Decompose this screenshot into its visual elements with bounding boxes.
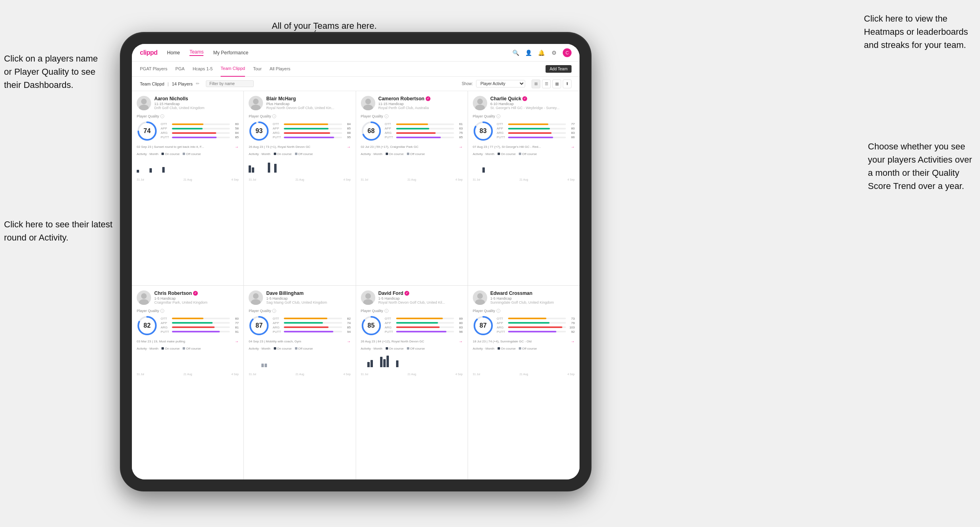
- chart-dates: 31 Jul21 Aug4 Sep: [249, 373, 351, 376]
- nav-link-teams[interactable]: Teams: [189, 49, 203, 56]
- quality-circle[interactable]: 68: [361, 121, 382, 141]
- quality-circle[interactable]: 87: [249, 315, 269, 336]
- ann-top-right-text: Click here to view theHeatmaps or leader…: [864, 14, 968, 50]
- player-handicap: 11-15 Handicap: [378, 102, 463, 106]
- svg-point-26: [251, 299, 261, 305]
- stat-row: ARG 85: [273, 326, 351, 329]
- nav-link-home[interactable]: Home: [167, 50, 180, 56]
- bell-icon[interactable]: 🔔: [537, 49, 545, 57]
- edit-icon[interactable]: ✏: [196, 81, 199, 86]
- view-icons: ⊞ ☰ ▦ ⬆: [532, 80, 572, 88]
- last-round-arrow: →: [347, 339, 351, 344]
- chart-dates: 31 Jul21 Aug4 Sep: [473, 373, 575, 376]
- quality-circle[interactable]: 82: [137, 315, 157, 336]
- tab-hcaps[interactable]: Hcaps 1-5: [193, 62, 213, 77]
- svg-point-13: [365, 99, 371, 104]
- player-name[interactable]: Edward Crossman: [490, 290, 575, 296]
- player-name[interactable]: Cameron Robertson ✓: [378, 96, 463, 101]
- stat-row: ARG 83: [497, 131, 575, 135]
- player-card[interactable]: Charlie Quick ✓ 6-10 Handicap St. George…: [468, 91, 580, 285]
- last-round[interactable]: 02 Jul 23 | 59 (+17), Craigmillar Park G…: [361, 145, 463, 149]
- filter-input[interactable]: [206, 80, 254, 87]
- add-team-button[interactable]: Add Team: [546, 65, 572, 73]
- player-name[interactable]: Dave Billingham: [266, 290, 351, 296]
- quality-section: Player Quality i 82 OTT 60: [137, 309, 239, 336]
- player-club: Sag Maing Golf Club, United Kingdom: [266, 300, 351, 304]
- player-club: Sunningdale Golf Club, United Kingdom: [490, 300, 575, 304]
- player-card[interactable]: David Ford ✓ 1-5 Handicap Royal North De…: [356, 286, 468, 480]
- quality-number: 87: [255, 322, 263, 329]
- player-card[interactable]: Dave Billingham 1-5 Handicap Sag Maing G…: [244, 286, 355, 480]
- svg-point-30: [363, 299, 373, 305]
- tab-all-players[interactable]: All Players: [270, 62, 291, 77]
- show-select[interactable]: Player Activity Quality Score Trend: [476, 80, 525, 88]
- stat-row: PUTT 91: [161, 330, 239, 334]
- user-icon[interactable]: 👤: [524, 49, 532, 57]
- stat-row: PUTT 86: [497, 135, 575, 139]
- stats-list: OTT 61 APP 63 ARG 75 PU: [385, 122, 463, 140]
- annotation-left-bottom: Click here to see their latestround or A…: [4, 218, 112, 244]
- player-card[interactable]: Chris Robertson ✓ 1-5 Handicap Craigmill…: [132, 286, 243, 480]
- nav-link-my-performance[interactable]: My Performance: [213, 50, 248, 56]
- show-label: Show:: [462, 82, 473, 86]
- last-round[interactable]: 04 Sep 23 | Mobility with coach, Gym →: [249, 339, 351, 344]
- player-card[interactable]: Cameron Robertson ✓ 11-15 Handicap Royal…: [356, 91, 468, 285]
- player-card[interactable]: Aaron Nicholls 11-15 Handicap Drift Golf…: [132, 91, 243, 285]
- quality-number: 82: [143, 322, 151, 329]
- player-avatar: [137, 96, 151, 110]
- player-name[interactable]: Aaron Nicholls: [154, 96, 239, 101]
- search-icon[interactable]: 🔍: [512, 49, 520, 57]
- stat-row: PUTT 85: [161, 135, 239, 139]
- stat-row: OTT 60: [161, 122, 239, 126]
- last-round[interactable]: 07 Aug 23 | 77 (+7), St George's Hill GC…: [473, 145, 575, 149]
- info-icon: i: [384, 309, 388, 313]
- stats-list: OTT 73 APP 79 ARG 103 P: [497, 317, 575, 334]
- stat-row: PUTT 96: [385, 330, 463, 334]
- last-round[interactable]: 26 Aug 23 | 73 (+1), Royal North Devon G…: [249, 145, 351, 149]
- player-club: Drift Golf Club, United Kingdom: [154, 106, 239, 110]
- tab-pga[interactable]: PGA: [175, 62, 185, 77]
- list-view-button[interactable]: ☰: [542, 80, 551, 88]
- quality-circle[interactable]: 74: [137, 121, 157, 141]
- quality-circle[interactable]: 85: [361, 315, 382, 336]
- annotation-top-center: All of your Teams are here.: [272, 20, 377, 32]
- settings-view-button[interactable]: ⬆: [563, 80, 572, 88]
- chart-dates: 31 Jul21 Aug4 Sep: [361, 373, 463, 376]
- quality-circle[interactable]: 87: [473, 315, 494, 336]
- last-round[interactable]: 03 Mar 23 | 19, Must make putting →: [137, 339, 239, 344]
- settings-icon[interactable]: ⚙: [550, 49, 558, 57]
- quality-section: Player Quality i 87 OTT 73: [473, 309, 575, 336]
- player-card[interactable]: Blair McHarg Plus Handicap Royal North D…: [244, 91, 355, 285]
- player-name[interactable]: Blair McHarg: [266, 96, 351, 101]
- quality-circle[interactable]: 83: [473, 121, 494, 141]
- player-card[interactable]: Edward Crossman 1-5 Handicap Sunningdale…: [468, 286, 580, 480]
- stat-row: PUTT 92: [497, 330, 575, 334]
- player-name[interactable]: David Ford ✓: [378, 290, 463, 296]
- last-round[interactable]: 18 Jul 23 | 74 (+4), Sunningdale GC - Ol…: [473, 339, 575, 344]
- quality-number: 74: [143, 127, 151, 135]
- svg-point-22: [139, 299, 149, 305]
- grid-view-button[interactable]: ⊞: [532, 80, 540, 88]
- card-header: Blair McHarg Plus Handicap Royal North D…: [249, 96, 351, 110]
- nav-logo: clippd: [140, 49, 157, 56]
- card-header: David Ford ✓ 1-5 Handicap Royal North De…: [361, 290, 463, 305]
- stat-row: OTT 84: [273, 122, 351, 126]
- quality-circle[interactable]: 93: [249, 121, 269, 141]
- player-name[interactable]: Charlie Quick ✓: [490, 96, 575, 101]
- stat-row: PUTT 95: [273, 135, 351, 139]
- stats-list: OTT 84 APP 85 ARG 88 PU: [273, 122, 351, 140]
- heatmap-view-button[interactable]: ▦: [552, 80, 561, 88]
- tab-tour[interactable]: Tour: [253, 62, 261, 77]
- tab-pgat-players[interactable]: PGAT Players: [140, 62, 167, 77]
- stat-row: OTT 77: [497, 122, 575, 126]
- player-avatar: [473, 290, 487, 305]
- avatar-icon[interactable]: C: [563, 48, 572, 57]
- last-round[interactable]: 26 Aug 23 | 84 (+12), Royal North Devon …: [361, 339, 463, 344]
- tab-team-clippd[interactable]: Team Clippd: [221, 62, 245, 77]
- player-name[interactable]: Chris Robertson ✓: [154, 290, 239, 296]
- last-round[interactable]: 02 Sep 23 | Sunset round to get back int…: [137, 145, 239, 149]
- info-icon: i: [384, 114, 388, 118]
- quality-section: Player Quality i 74 OTT 60: [137, 114, 239, 141]
- player-club: Royal North Devon Golf Club, United Kil.…: [378, 300, 463, 304]
- activity-section: Activity · Month On course Off course 31…: [249, 347, 351, 376]
